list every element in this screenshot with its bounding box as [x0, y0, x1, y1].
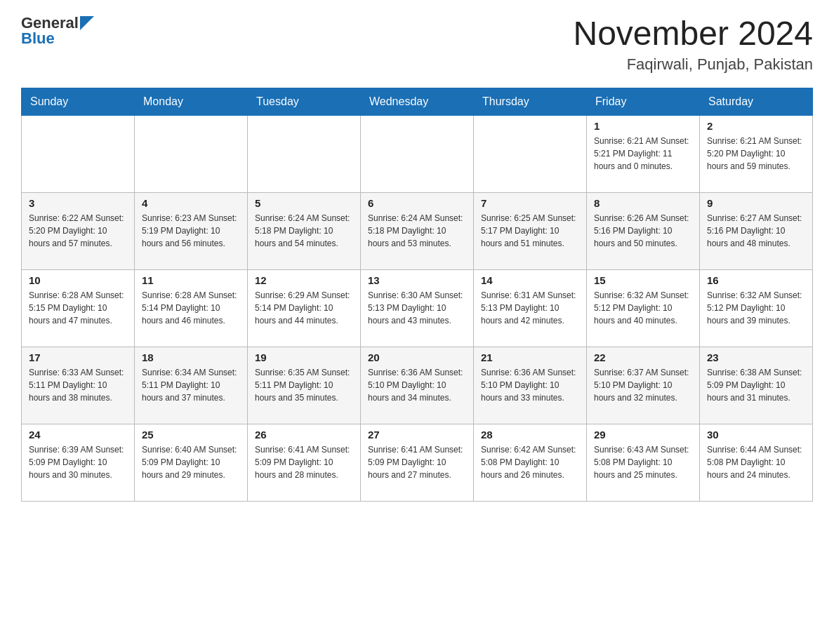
day-number: 2 — [707, 120, 805, 132]
calendar-day-cell: 15Sunrise: 6:32 AM Sunset: 5:12 PM Dayli… — [587, 270, 700, 347]
day-info: Sunrise: 6:34 AM Sunset: 5:11 PM Dayligh… — [142, 366, 240, 404]
calendar-day-cell: 7Sunrise: 6:25 AM Sunset: 5:17 PM Daylig… — [474, 193, 587, 270]
month-year-title: November 2024 — [573, 14, 813, 53]
day-of-week-header: Saturday — [700, 88, 813, 116]
day-info: Sunrise: 6:28 AM Sunset: 5:15 PM Dayligh… — [29, 289, 127, 327]
day-number: 25 — [142, 429, 240, 441]
day-info: Sunrise: 6:27 AM Sunset: 5:16 PM Dayligh… — [707, 212, 805, 250]
calendar-week-row: 1Sunrise: 6:21 AM Sunset: 5:21 PM Daylig… — [22, 116, 813, 193]
day-number: 3 — [29, 197, 127, 209]
calendar-table: SundayMondayTuesdayWednesdayThursdayFrid… — [21, 88, 813, 502]
calendar-day-cell: 24Sunrise: 6:39 AM Sunset: 5:09 PM Dayli… — [22, 424, 135, 502]
calendar-day-cell — [474, 116, 587, 193]
day-number: 20 — [368, 351, 466, 363]
calendar-day-cell: 6Sunrise: 6:24 AM Sunset: 5:18 PM Daylig… — [361, 193, 474, 270]
calendar-day-cell: 26Sunrise: 6:41 AM Sunset: 5:09 PM Dayli… — [248, 424, 361, 502]
day-info: Sunrise: 6:22 AM Sunset: 5:20 PM Dayligh… — [29, 212, 127, 250]
calendar-day-cell: 23Sunrise: 6:38 AM Sunset: 5:09 PM Dayli… — [700, 347, 813, 424]
calendar-day-cell — [361, 116, 474, 193]
calendar-day-cell: 29Sunrise: 6:43 AM Sunset: 5:08 PM Dayli… — [587, 424, 700, 502]
day-info: Sunrise: 6:26 AM Sunset: 5:16 PM Dayligh… — [594, 212, 692, 250]
calendar-day-cell: 13Sunrise: 6:30 AM Sunset: 5:13 PM Dayli… — [361, 270, 474, 347]
day-number: 13 — [368, 274, 466, 286]
day-number: 14 — [481, 274, 579, 286]
calendar-day-cell: 17Sunrise: 6:33 AM Sunset: 5:11 PM Dayli… — [22, 347, 135, 424]
calendar-day-cell: 5Sunrise: 6:24 AM Sunset: 5:18 PM Daylig… — [248, 193, 361, 270]
day-number: 10 — [29, 274, 127, 286]
calendar-day-cell: 21Sunrise: 6:36 AM Sunset: 5:10 PM Dayli… — [474, 347, 587, 424]
calendar-day-cell: 20Sunrise: 6:36 AM Sunset: 5:10 PM Dayli… — [361, 347, 474, 424]
calendar-day-cell: 4Sunrise: 6:23 AM Sunset: 5:19 PM Daylig… — [135, 193, 248, 270]
calendar-day-cell: 18Sunrise: 6:34 AM Sunset: 5:11 PM Dayli… — [135, 347, 248, 424]
day-number: 16 — [707, 274, 805, 286]
calendar-day-cell: 8Sunrise: 6:26 AM Sunset: 5:16 PM Daylig… — [587, 193, 700, 270]
day-info: Sunrise: 6:42 AM Sunset: 5:08 PM Dayligh… — [481, 443, 579, 481]
day-info: Sunrise: 6:39 AM Sunset: 5:09 PM Dayligh… — [29, 443, 127, 481]
logo: General Blue — [21, 14, 94, 48]
page-header: General Blue November 2024 Faqirwali, Pu… — [21, 14, 813, 74]
day-info: Sunrise: 6:21 AM Sunset: 5:21 PM Dayligh… — [594, 135, 692, 173]
day-info: Sunrise: 6:44 AM Sunset: 5:08 PM Dayligh… — [707, 443, 805, 481]
title-block: November 2024 Faqirwali, Punjab, Pakista… — [573, 14, 813, 74]
day-info: Sunrise: 6:23 AM Sunset: 5:19 PM Dayligh… — [142, 212, 240, 250]
calendar-day-cell: 12Sunrise: 6:29 AM Sunset: 5:14 PM Dayli… — [248, 270, 361, 347]
day-number: 7 — [481, 197, 579, 209]
day-info: Sunrise: 6:36 AM Sunset: 5:10 PM Dayligh… — [368, 366, 466, 404]
day-number: 26 — [255, 429, 353, 441]
calendar-day-cell: 28Sunrise: 6:42 AM Sunset: 5:08 PM Dayli… — [474, 424, 587, 502]
day-number: 27 — [368, 429, 466, 441]
day-info: Sunrise: 6:24 AM Sunset: 5:18 PM Dayligh… — [368, 212, 466, 250]
day-number: 12 — [255, 274, 353, 286]
day-number: 17 — [29, 351, 127, 363]
day-number: 28 — [481, 429, 579, 441]
calendar-day-cell: 25Sunrise: 6:40 AM Sunset: 5:09 PM Dayli… — [135, 424, 248, 502]
day-number: 23 — [707, 351, 805, 363]
day-info: Sunrise: 6:24 AM Sunset: 5:18 PM Dayligh… — [255, 212, 353, 250]
calendar-day-cell — [248, 116, 361, 193]
day-number: 1 — [594, 120, 692, 132]
day-info: Sunrise: 6:33 AM Sunset: 5:11 PM Dayligh… — [29, 366, 127, 404]
day-info: Sunrise: 6:25 AM Sunset: 5:17 PM Dayligh… — [481, 212, 579, 250]
calendar-week-row: 24Sunrise: 6:39 AM Sunset: 5:09 PM Dayli… — [22, 424, 813, 502]
day-number: 5 — [255, 197, 353, 209]
calendar-day-cell: 22Sunrise: 6:37 AM Sunset: 5:10 PM Dayli… — [587, 347, 700, 424]
calendar-week-row: 10Sunrise: 6:28 AM Sunset: 5:15 PM Dayli… — [22, 270, 813, 347]
day-info: Sunrise: 6:32 AM Sunset: 5:12 PM Dayligh… — [707, 289, 805, 327]
day-of-week-header: Thursday — [474, 88, 587, 116]
day-info: Sunrise: 6:37 AM Sunset: 5:10 PM Dayligh… — [594, 366, 692, 404]
day-number: 30 — [707, 429, 805, 441]
day-number: 24 — [29, 429, 127, 441]
calendar-day-cell — [135, 116, 248, 193]
calendar-day-cell: 27Sunrise: 6:41 AM Sunset: 5:09 PM Dayli… — [361, 424, 474, 502]
logo-triangle-icon — [80, 16, 94, 30]
calendar-week-row: 3Sunrise: 6:22 AM Sunset: 5:20 PM Daylig… — [22, 193, 813, 270]
day-of-week-header: Wednesday — [361, 88, 474, 116]
day-number: 22 — [594, 351, 692, 363]
day-info: Sunrise: 6:43 AM Sunset: 5:08 PM Dayligh… — [594, 443, 692, 481]
day-info: Sunrise: 6:32 AM Sunset: 5:12 PM Dayligh… — [594, 289, 692, 327]
day-info: Sunrise: 6:28 AM Sunset: 5:14 PM Dayligh… — [142, 289, 240, 327]
calendar-day-cell: 11Sunrise: 6:28 AM Sunset: 5:14 PM Dayli… — [135, 270, 248, 347]
day-info: Sunrise: 6:41 AM Sunset: 5:09 PM Dayligh… — [368, 443, 466, 481]
location-subtitle: Faqirwali, Punjab, Pakistan — [573, 55, 813, 74]
calendar-day-cell: 1Sunrise: 6:21 AM Sunset: 5:21 PM Daylig… — [587, 116, 700, 193]
day-of-week-header: Friday — [587, 88, 700, 116]
logo-blue: Blue — [21, 29, 55, 48]
calendar-day-cell — [22, 116, 135, 193]
calendar-day-cell: 16Sunrise: 6:32 AM Sunset: 5:12 PM Dayli… — [700, 270, 813, 347]
day-info: Sunrise: 6:29 AM Sunset: 5:14 PM Dayligh… — [255, 289, 353, 327]
day-of-week-header: Monday — [135, 88, 248, 116]
day-of-week-header: Tuesday — [248, 88, 361, 116]
day-info: Sunrise: 6:21 AM Sunset: 5:20 PM Dayligh… — [707, 135, 805, 173]
day-info: Sunrise: 6:36 AM Sunset: 5:10 PM Dayligh… — [481, 366, 579, 404]
calendar-day-cell: 10Sunrise: 6:28 AM Sunset: 5:15 PM Dayli… — [22, 270, 135, 347]
day-of-week-header: Sunday — [22, 88, 135, 116]
calendar-day-cell: 9Sunrise: 6:27 AM Sunset: 5:16 PM Daylig… — [700, 193, 813, 270]
day-info: Sunrise: 6:31 AM Sunset: 5:13 PM Dayligh… — [481, 289, 579, 327]
day-number: 15 — [594, 274, 692, 286]
day-info: Sunrise: 6:40 AM Sunset: 5:09 PM Dayligh… — [142, 443, 240, 481]
day-info: Sunrise: 6:41 AM Sunset: 5:09 PM Dayligh… — [255, 443, 353, 481]
day-info: Sunrise: 6:38 AM Sunset: 5:09 PM Dayligh… — [707, 366, 805, 404]
calendar-day-cell: 30Sunrise: 6:44 AM Sunset: 5:08 PM Dayli… — [700, 424, 813, 502]
day-number: 8 — [594, 197, 692, 209]
